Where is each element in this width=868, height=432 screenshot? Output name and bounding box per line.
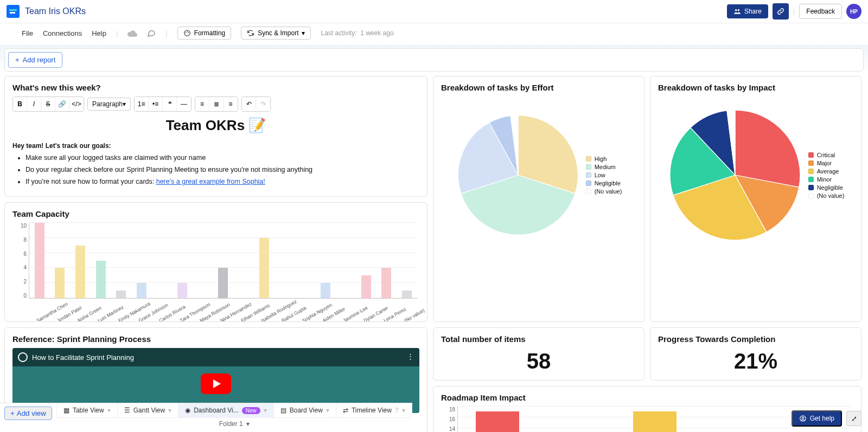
y-tick: 16 [449,416,455,422]
chevron-down-icon: ▾ [302,29,305,37]
chevron-down-icon[interactable]: ▾ [107,407,111,414]
x-label: Jordan Patel [56,314,67,322]
link-icon: 🔗 [58,100,66,108]
bar [116,291,126,298]
add-report-button[interactable]: + Add report [8,52,62,68]
menu-file[interactable]: File [22,29,33,37]
help-icon[interactable]: ? [395,407,399,414]
view-tab-gantt[interactable]: ☰Gantt View▾ [118,403,178,417]
avatar[interactable]: HP [846,4,861,19]
legend-item: High [586,156,622,162]
x-label: Nina Hernandez [219,314,231,322]
legend-swatch [808,177,814,182]
comment-icon[interactable] [147,29,156,37]
play-button[interactable] [201,373,231,394]
report-impact-breakdown[interactable]: Breakdown of tasks by Impact CriticalMaj… [650,76,861,322]
bold-button[interactable]: B [13,97,27,111]
report-progress[interactable]: Progress Towards Completion 21% [650,327,861,381]
report-total-items[interactable]: Total number of items 58 [433,327,644,381]
expand-button[interactable]: ⤢ [846,411,861,426]
x-label: Zara Thompson [178,314,190,322]
undo-button[interactable]: ↶ [242,97,256,111]
paragraph-select[interactable]: Paragraph▾ [87,98,131,111]
app-logo[interactable] [7,5,20,18]
bullet-item: Do your regular check before our Sprint … [25,166,419,173]
legend-swatch [586,172,591,178]
folder-label: Folder 1 [219,420,243,428]
bullet-item: Make sure all your logged tasks are clai… [25,154,419,162]
report-team-capacity[interactable]: Team Capacity 1086420Samantha ChenJordan… [4,202,427,322]
card-title: Reference: Sprint Planning Process [12,334,419,344]
align-center-icon: ≣ [214,100,219,108]
ordered-list-button[interactable]: 1≡ [135,97,149,111]
legend-item: Negligible [586,180,622,186]
chevron-down-icon[interactable]: ▾ [326,407,329,414]
chevron-down-icon[interactable]: ▾ [168,407,171,414]
redo-button[interactable]: ↷ [256,97,270,111]
get-help-button[interactable]: Get help [792,410,842,427]
example-link[interactable]: here's a great example from Sophia! [156,178,265,185]
legend-swatch [586,180,591,186]
view-tab-label: Table View [73,407,104,414]
share-button[interactable]: Share [727,4,768,18]
menu-help[interactable]: Help [92,29,106,37]
copy-link-button[interactable] [773,3,789,20]
code-button[interactable]: </> [69,97,84,111]
strike-button[interactable]: S [41,97,55,111]
unordered-list-button[interactable]: •≡ [149,97,163,111]
headset-icon [799,415,807,422]
impact-legend: CriticalMajorAverageMinorNegligible(No v… [808,150,845,201]
chevron-down-icon: ▾ [246,420,250,428]
chevron-down-icon[interactable]: ▾ [402,407,405,414]
legend-label: Major [817,160,832,166]
formatting-button[interactable]: Formatting [177,27,231,40]
video-channel-icon [18,352,28,362]
legend-item: (No value) [586,188,622,195]
x-label: Jasmine Lee [342,314,353,322]
ul-icon: •≡ [152,100,158,108]
x-label: Grace Johnson [138,314,149,322]
add-report-label: Add report [23,56,56,64]
report-whats-new[interactable]: What's new this week? B I S 🔗 </> Paragr… [4,76,427,197]
menu-connections[interactable]: Connections [43,29,82,37]
undo-icon: ↶ [246,100,252,108]
paragraph-label: Paragraph [92,100,123,108]
link-button[interactable]: 🔗 [55,97,69,111]
align-left-button[interactable]: ≡ [195,97,209,111]
dashboard-icon: ◉ [185,407,190,414]
feedback-button[interactable]: Feedback [799,4,842,19]
report-effort-breakdown[interactable]: Breakdown of tasks by Effort HighMediumL… [433,76,644,322]
legend-item: Major [808,160,845,166]
italic-button[interactable]: I [27,97,41,111]
legend-label: Medium [595,164,616,170]
legend-label: Low [595,172,605,178]
video-menu-icon[interactable]: ⋮ [407,352,414,360]
add-view-button[interactable]: + Add view [4,407,52,420]
x-label: Aiden Miller [322,314,333,322]
table-icon: ▦ [63,407,69,414]
code-icon: </> [72,100,81,108]
y-tick: 10 [21,223,27,229]
x-label: Samantha Chen [35,314,47,322]
hr-button[interactable]: — [177,97,191,111]
sync-import-button[interactable]: Sync & Import ▾ [241,27,311,40]
quote-button[interactable]: ❝ [163,97,177,111]
svg-point-3 [186,32,187,33]
legend-item: Average [808,168,845,175]
get-help-label: Get help [810,415,834,422]
align-right-button[interactable]: ≡ [224,97,238,111]
legend-item: Minor [808,176,845,183]
view-tab-dashboard[interactable]: ◉Dashboard Vi...New▾ [178,403,274,417]
legend-label: Negligible [595,180,621,186]
view-tab-table[interactable]: ▦Table View▾ [57,403,118,417]
editor-content[interactable]: Team OKRs 📝 Hey team! Let's track our go… [12,117,419,185]
align-center-button[interactable]: ≣ [209,97,224,111]
legend-swatch [808,160,814,166]
chevron-down-icon[interactable]: ▾ [264,407,267,414]
doc-title[interactable]: Team Iris OKRs [25,7,86,16]
cloud-icon[interactable] [127,29,137,37]
folder-selector[interactable]: Folder 1▾ [56,417,412,430]
timeline-icon: ⇄ [343,407,348,414]
view-tab-board[interactable]: ▤Board View▾ [274,403,336,417]
view-tab-timeline[interactable]: ⇄Timeline View?▾ [336,403,412,417]
